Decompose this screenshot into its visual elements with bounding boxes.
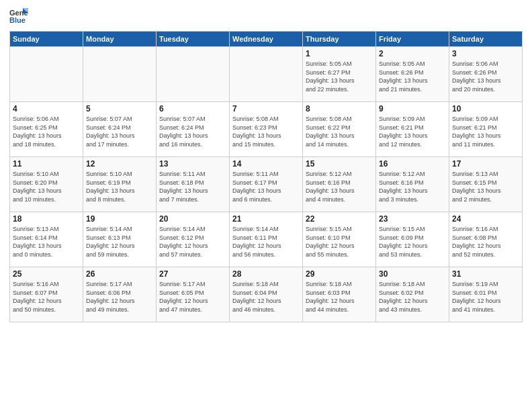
day-info: Sunrise: 5:08 AM Sunset: 6:23 PM Dayligh… bbox=[232, 115, 300, 148]
calendar-cell: 3Sunrise: 5:06 AM Sunset: 6:26 PM Daylig… bbox=[449, 47, 523, 102]
day-number: 15 bbox=[306, 159, 373, 169]
calendar-header-sunday: Sunday bbox=[10, 32, 83, 47]
day-info: Sunrise: 5:17 AM Sunset: 6:05 PM Dayligh… bbox=[159, 280, 226, 314]
day-info: Sunrise: 5:10 AM Sunset: 6:20 PM Dayligh… bbox=[13, 170, 80, 203]
day-number: 2 bbox=[379, 49, 446, 58]
svg-text:Blue: Blue bbox=[9, 16, 26, 24]
calendar-header-row: SundayMondayTuesdayWednesdayThursdayFrid… bbox=[10, 32, 523, 47]
day-number: 7 bbox=[232, 104, 300, 113]
day-info: Sunrise: 5:11 AM Sunset: 6:18 PM Dayligh… bbox=[159, 170, 226, 203]
day-number: 19 bbox=[86, 214, 153, 224]
day-info: Sunrise: 5:14 AM Sunset: 6:12 PM Dayligh… bbox=[159, 225, 226, 259]
calendar-cell: 2Sunrise: 5:05 AM Sunset: 6:26 PM Daylig… bbox=[376, 47, 449, 102]
calendar-cell: 23Sunrise: 5:15 AM Sunset: 6:09 PM Dayli… bbox=[376, 212, 449, 267]
day-info: Sunrise: 5:12 AM Sunset: 6:16 PM Dayligh… bbox=[306, 170, 373, 203]
calendar-cell bbox=[157, 47, 230, 102]
day-number: 25 bbox=[13, 269, 80, 279]
day-number: 23 bbox=[379, 214, 446, 224]
calendar-cell bbox=[230, 47, 303, 102]
day-number: 29 bbox=[306, 269, 373, 279]
day-info: Sunrise: 5:07 AM Sunset: 6:24 PM Dayligh… bbox=[159, 115, 226, 148]
calendar-cell: 7Sunrise: 5:08 AM Sunset: 6:23 PM Daylig… bbox=[230, 102, 303, 157]
day-number: 3 bbox=[452, 49, 519, 58]
calendar-cell: 9Sunrise: 5:09 AM Sunset: 6:21 PM Daylig… bbox=[376, 102, 449, 157]
day-number: 10 bbox=[452, 104, 519, 113]
day-info: Sunrise: 5:06 AM Sunset: 6:25 PM Dayligh… bbox=[13, 115, 80, 148]
day-info: Sunrise: 5:18 AM Sunset: 6:03 PM Dayligh… bbox=[306, 280, 373, 314]
calendar-cell: 19Sunrise: 5:14 AM Sunset: 6:13 PM Dayli… bbox=[83, 212, 157, 267]
day-info: Sunrise: 5:13 AM Sunset: 6:14 PM Dayligh… bbox=[13, 225, 80, 259]
day-number: 18 bbox=[13, 214, 80, 224]
day-number: 27 bbox=[159, 269, 226, 279]
day-number: 20 bbox=[159, 214, 226, 224]
day-info: Sunrise: 5:12 AM Sunset: 6:16 PM Dayligh… bbox=[379, 170, 446, 203]
calendar-cell: 25Sunrise: 5:16 AM Sunset: 6:07 PM Dayli… bbox=[10, 267, 83, 322]
day-info: Sunrise: 5:15 AM Sunset: 6:10 PM Dayligh… bbox=[306, 225, 373, 259]
calendar-cell: 31Sunrise: 5:19 AM Sunset: 6:01 PM Dayli… bbox=[449, 267, 523, 322]
page-header: General Blue bbox=[9, 7, 523, 26]
calendar-cell: 18Sunrise: 5:13 AM Sunset: 6:14 PM Dayli… bbox=[10, 212, 83, 267]
calendar-cell bbox=[83, 47, 157, 102]
calendar-cell bbox=[10, 47, 83, 102]
calendar-cell: 4Sunrise: 5:06 AM Sunset: 6:25 PM Daylig… bbox=[10, 102, 83, 157]
day-number: 24 bbox=[452, 214, 519, 224]
calendar-cell: 15Sunrise: 5:12 AM Sunset: 6:16 PM Dayli… bbox=[303, 157, 376, 212]
day-info: Sunrise: 5:15 AM Sunset: 6:09 PM Dayligh… bbox=[379, 225, 446, 259]
day-info: Sunrise: 5:10 AM Sunset: 6:19 PM Dayligh… bbox=[86, 170, 153, 203]
day-info: Sunrise: 5:07 AM Sunset: 6:24 PM Dayligh… bbox=[86, 115, 153, 148]
calendar-cell: 28Sunrise: 5:18 AM Sunset: 6:04 PM Dayli… bbox=[230, 267, 303, 322]
day-number: 26 bbox=[86, 269, 153, 279]
day-number: 1 bbox=[306, 49, 373, 58]
day-info: Sunrise: 5:09 AM Sunset: 6:21 PM Dayligh… bbox=[379, 115, 446, 148]
logo-icon: General Blue bbox=[9, 7, 28, 26]
day-number: 9 bbox=[379, 104, 446, 113]
calendar-cell: 16Sunrise: 5:12 AM Sunset: 6:16 PM Dayli… bbox=[376, 157, 449, 212]
day-number: 31 bbox=[452, 269, 519, 279]
calendar-cell: 26Sunrise: 5:17 AM Sunset: 6:06 PM Dayli… bbox=[83, 267, 157, 322]
day-number: 12 bbox=[86, 159, 153, 169]
calendar-cell: 8Sunrise: 5:08 AM Sunset: 6:22 PM Daylig… bbox=[303, 102, 376, 157]
day-info: Sunrise: 5:13 AM Sunset: 6:15 PM Dayligh… bbox=[452, 170, 519, 203]
logo: General Blue bbox=[9, 7, 28, 26]
calendar-week-5: 25Sunrise: 5:16 AM Sunset: 6:07 PM Dayli… bbox=[10, 267, 523, 322]
calendar-week-1: 1Sunrise: 5:05 AM Sunset: 6:27 PM Daylig… bbox=[10, 47, 523, 102]
day-info: Sunrise: 5:09 AM Sunset: 6:21 PM Dayligh… bbox=[452, 115, 519, 148]
day-info: Sunrise: 5:18 AM Sunset: 6:02 PM Dayligh… bbox=[379, 280, 446, 314]
calendar-header-friday: Friday bbox=[376, 32, 449, 47]
day-info: Sunrise: 5:06 AM Sunset: 6:26 PM Dayligh… bbox=[452, 60, 519, 93]
calendar-cell: 17Sunrise: 5:13 AM Sunset: 6:15 PM Dayli… bbox=[449, 157, 523, 212]
calendar-cell: 10Sunrise: 5:09 AM Sunset: 6:21 PM Dayli… bbox=[449, 102, 523, 157]
day-number: 22 bbox=[306, 214, 373, 224]
calendar-cell: 22Sunrise: 5:15 AM Sunset: 6:10 PM Dayli… bbox=[303, 212, 376, 267]
day-number: 11 bbox=[13, 159, 80, 169]
calendar-week-2: 4Sunrise: 5:06 AM Sunset: 6:25 PM Daylig… bbox=[10, 102, 523, 157]
calendar-header-thursday: Thursday bbox=[303, 32, 376, 47]
day-number: 6 bbox=[159, 104, 226, 113]
day-number: 4 bbox=[13, 104, 80, 113]
day-number: 30 bbox=[379, 269, 446, 279]
calendar-cell: 6Sunrise: 5:07 AM Sunset: 6:24 PM Daylig… bbox=[157, 102, 230, 157]
calendar-cell: 21Sunrise: 5:14 AM Sunset: 6:11 PM Dayli… bbox=[230, 212, 303, 267]
calendar-cell: 20Sunrise: 5:14 AM Sunset: 6:12 PM Dayli… bbox=[157, 212, 230, 267]
calendar-cell: 11Sunrise: 5:10 AM Sunset: 6:20 PM Dayli… bbox=[10, 157, 83, 212]
day-number: 5 bbox=[86, 104, 153, 113]
calendar-header-saturday: Saturday bbox=[449, 32, 523, 47]
day-info: Sunrise: 5:16 AM Sunset: 6:08 PM Dayligh… bbox=[452, 225, 519, 259]
calendar-header-monday: Monday bbox=[83, 32, 157, 47]
day-number: 28 bbox=[232, 269, 300, 279]
day-number: 17 bbox=[452, 159, 519, 169]
day-info: Sunrise: 5:14 AM Sunset: 6:11 PM Dayligh… bbox=[232, 225, 300, 259]
day-info: Sunrise: 5:05 AM Sunset: 6:27 PM Dayligh… bbox=[306, 60, 373, 93]
calendar-week-3: 11Sunrise: 5:10 AM Sunset: 6:20 PM Dayli… bbox=[10, 157, 523, 212]
day-number: 8 bbox=[306, 104, 373, 113]
calendar-cell: 30Sunrise: 5:18 AM Sunset: 6:02 PM Dayli… bbox=[376, 267, 449, 322]
calendar-cell: 12Sunrise: 5:10 AM Sunset: 6:19 PM Dayli… bbox=[83, 157, 157, 212]
calendar-table: SundayMondayTuesdayWednesdayThursdayFrid… bbox=[9, 31, 523, 322]
day-info: Sunrise: 5:17 AM Sunset: 6:06 PM Dayligh… bbox=[86, 280, 153, 314]
day-number: 21 bbox=[232, 214, 300, 224]
calendar-cell: 1Sunrise: 5:05 AM Sunset: 6:27 PM Daylig… bbox=[303, 47, 376, 102]
calendar-cell: 27Sunrise: 5:17 AM Sunset: 6:05 PM Dayli… bbox=[157, 267, 230, 322]
calendar-cell: 5Sunrise: 5:07 AM Sunset: 6:24 PM Daylig… bbox=[83, 102, 157, 157]
calendar-week-4: 18Sunrise: 5:13 AM Sunset: 6:14 PM Dayli… bbox=[10, 212, 523, 267]
day-info: Sunrise: 5:11 AM Sunset: 6:17 PM Dayligh… bbox=[232, 170, 300, 203]
